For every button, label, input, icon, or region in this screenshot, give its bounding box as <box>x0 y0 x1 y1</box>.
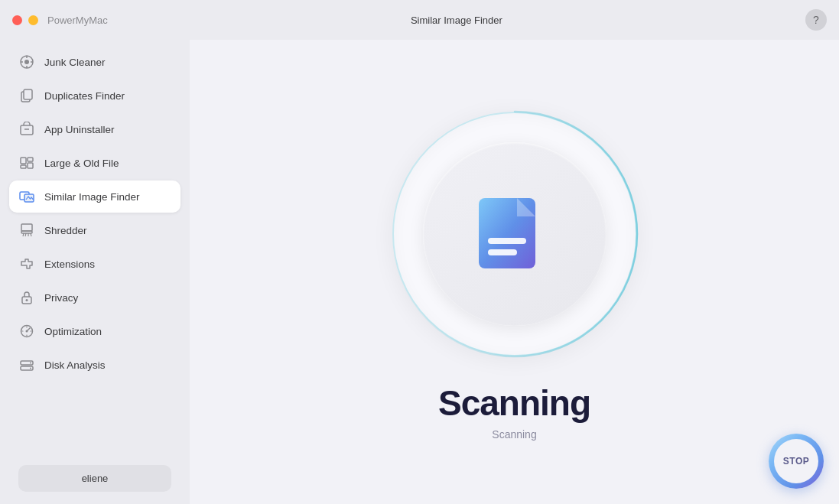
sidebar-item-large-old-file[interactable]: Large & Old File <box>9 147 180 179</box>
svg-rect-17 <box>21 231 32 233</box>
sidebar-item-similar-image-finder[interactable]: Similar Image Finder <box>9 180 180 213</box>
privacy-icon <box>18 289 35 306</box>
privacy-label: Privacy <box>44 292 78 304</box>
large-old-file-icon <box>18 154 35 171</box>
sidebar-item-privacy[interactable]: Privacy <box>9 281 180 314</box>
titlebar: PowerMyMac Similar Image Finder ? <box>0 0 839 40</box>
svg-point-29 <box>30 368 31 369</box>
svg-rect-13 <box>28 163 33 168</box>
shredder-label: Shredder <box>44 225 87 236</box>
scan-container: Scanning Scanning <box>385 104 645 441</box>
stop-button-label: STOP <box>783 456 809 467</box>
scanning-subtitle: Scanning <box>492 428 536 441</box>
orbit-container <box>385 104 645 364</box>
shredder-icon <box>18 222 35 239</box>
app-uninstaller-icon <box>18 121 35 138</box>
main-layout: Junk Cleaner Duplicates Finder App Unins… <box>0 40 839 504</box>
svg-rect-16 <box>21 224 32 231</box>
titlebar-center-title: Similar Image Finder <box>108 15 805 26</box>
stop-button-container: STOP <box>769 434 824 489</box>
disk-analysis-label: Disk Analysis <box>44 359 106 371</box>
extensions-icon <box>18 255 35 272</box>
svg-rect-8 <box>21 125 33 135</box>
user-button[interactable]: eliene <box>18 465 171 492</box>
inner-circle <box>423 142 606 326</box>
minimize-button[interactable] <box>28 15 38 25</box>
similar-image-finder-label: Similar Image Finder <box>44 191 140 203</box>
junk-cleaner-icon <box>18 54 35 70</box>
sidebar-item-junk-cleaner[interactable]: Junk Cleaner <box>9 46 180 78</box>
sidebar-item-duplicates-finder[interactable]: Duplicates Finder <box>9 80 180 112</box>
document-icon <box>473 184 557 284</box>
sidebar-item-extensions[interactable]: Extensions <box>9 248 180 280</box>
junk-cleaner-label: Junk Cleaner <box>44 57 106 68</box>
sidebar-item-disk-analysis[interactable]: Disk Analysis <box>9 349 180 381</box>
sidebar: Junk Cleaner Duplicates Finder App Unins… <box>0 40 190 504</box>
sidebar-footer: eliene <box>9 459 180 498</box>
close-button[interactable] <box>12 15 22 25</box>
disk-analysis-icon <box>18 356 35 373</box>
svg-point-23 <box>26 299 28 301</box>
similar-image-finder-icon <box>18 188 35 205</box>
svg-rect-32 <box>488 249 517 255</box>
svg-rect-10 <box>21 158 26 164</box>
svg-point-25 <box>26 330 28 333</box>
svg-rect-31 <box>488 238 526 244</box>
duplicates-finder-icon <box>18 87 35 104</box>
svg-point-28 <box>30 363 31 364</box>
extensions-label: Extensions <box>44 259 95 270</box>
sidebar-item-shredder[interactable]: Shredder <box>9 214 180 246</box>
app-title: PowerMyMac <box>47 15 108 26</box>
content-area: Scanning Scanning STOP <box>190 40 839 504</box>
app-uninstaller-label: App Uninstaller <box>44 124 115 135</box>
duplicates-finder-label: Duplicates Finder <box>44 90 125 102</box>
scanning-title: Scanning <box>438 382 590 424</box>
optimization-label: Optimization <box>44 326 102 337</box>
stop-button[interactable]: STOP <box>769 434 824 489</box>
svg-rect-11 <box>28 158 33 161</box>
svg-rect-7 <box>24 89 32 99</box>
traffic-lights <box>12 15 38 25</box>
help-button[interactable]: ? <box>805 9 827 31</box>
optimization-icon <box>18 323 35 340</box>
sidebar-item-app-uninstaller[interactable]: App Uninstaller <box>9 113 180 145</box>
svg-rect-12 <box>21 165 26 168</box>
sidebar-item-optimization[interactable]: Optimization <box>9 315 180 347</box>
svg-point-1 <box>24 60 29 64</box>
large-old-file-label: Large & Old File <box>44 158 119 169</box>
